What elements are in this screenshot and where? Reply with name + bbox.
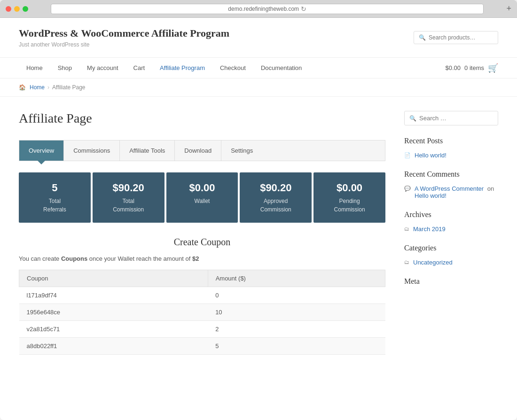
tab-affiliate-tools[interactable]: Affiliate Tools (120, 140, 175, 161)
page-title: Affiliate Page (19, 111, 385, 126)
meta-title: Meta (404, 277, 498, 286)
recent-comments-title: Recent Comments (404, 170, 498, 179)
stat-approved-label: ApprovedCommission (260, 198, 291, 213)
stat-referrals-value: 5 (24, 182, 85, 194)
refresh-icon[interactable]: ↻ (301, 5, 306, 13)
sidebar-meta: Meta (404, 277, 498, 286)
nav-links: Home Shop My account Cart Affiliate Prog… (19, 58, 309, 78)
main-layout: Affiliate Page Overview Commissions Affi… (0, 97, 517, 369)
browser-window: demo.redefiningtheweb.com ↻ + WordPress … (0, 0, 517, 420)
coupon-bold: Coupons (61, 255, 87, 262)
coupon-section-title: Create Coupon (19, 237, 385, 248)
tab-overview[interactable]: Overview (19, 140, 64, 161)
category-link[interactable]: Uncategorized (413, 259, 453, 266)
sidebar-categories: Categories 🗂 Uncategorized (404, 244, 498, 266)
coupon-code: v2a81d5c71 (19, 321, 208, 338)
sidebar-recent-posts: Recent Posts 📄 Hello world! (404, 137, 498, 159)
search-icon: 🔍 (419, 34, 426, 41)
nav-home[interactable]: Home (19, 58, 50, 78)
close-dot[interactable] (6, 6, 11, 12)
table-row: v2a81d5c71 2 (19, 321, 385, 338)
stat-approved-value: $90.20 (245, 182, 306, 194)
coupon-table: Coupon Amount ($) l171a9df74 0 1956e648c… (19, 270, 385, 355)
breadcrumb: 🏠 Home › Affiliate Page (0, 78, 517, 97)
breadcrumb-separator: › (47, 84, 49, 91)
list-item: 🗂 March 2019 (404, 226, 498, 233)
sidebar-archives: Archives 🗂 March 2019 (404, 210, 498, 233)
table-row: l171a9df74 0 (19, 287, 385, 304)
stat-referrals-label: TotalReferrals (43, 198, 66, 213)
sidebar: 🔍 Recent Posts 📄 Hello world! Recent Com… (404, 111, 498, 355)
table-row: 1956e648ce 10 (19, 304, 385, 321)
sidebar-search-icon: 🔍 (409, 115, 416, 122)
post-icon: 📄 (404, 152, 411, 158)
main-content: Affiliate Page Overview Commissions Affi… (19, 111, 385, 355)
categories-title: Categories (404, 244, 498, 252)
breadcrumb-current: Affiliate Page (52, 84, 86, 91)
stat-total-referrals: 5 TotalReferrals (19, 172, 91, 223)
stat-pending-value: $0.00 (319, 182, 380, 194)
site-title: WordPress & WooCommerce Affiliate Progra… (19, 27, 229, 39)
affiliate-tabs: Overview Commissions Affiliate Tools Dow… (19, 140, 385, 161)
archives-title: Archives (404, 210, 498, 219)
stat-total-commission: $90.20 TotalCommission (93, 172, 164, 223)
nav-shop[interactable]: Shop (50, 58, 79, 78)
home-icon: 🏠 (19, 84, 26, 91)
comment-text: A WordPress Commenter on Hello world! (415, 185, 498, 199)
nav-affiliate-program[interactable]: Affiliate Program (152, 58, 212, 78)
stat-commission-label: TotalCommission (113, 198, 144, 213)
coupon-amount: 5 (208, 338, 385, 355)
tab-commissions[interactable]: Commissions (64, 140, 120, 161)
stat-pending-commission: $0.00 PendingCommission (313, 172, 385, 223)
address-bar[interactable]: demo.redefiningtheweb.com ↻ (51, 4, 484, 14)
amount-col-header: Amount ($) (208, 270, 385, 287)
new-tab-button[interactable]: + (506, 4, 511, 14)
list-item: 📄 Hello world! (404, 152, 498, 159)
browser-toolbar: demo.redefiningtheweb.com ↻ + (0, 0, 517, 18)
breadcrumb-home[interactable]: Home (30, 84, 45, 91)
table-row: a8db022ff1 5 (19, 338, 385, 355)
main-nav: Home Shop My account Cart Affiliate Prog… (0, 58, 517, 78)
sidebar-search-input[interactable] (419, 115, 493, 122)
cart-icon[interactable]: 🛒 (488, 63, 498, 73)
stat-approved-commission: $90.20 ApprovedCommission (240, 172, 312, 223)
comment-on: on (487, 185, 494, 192)
cart-price: $0.00 (446, 64, 461, 71)
nav-cart[interactable]: Cart (126, 58, 153, 78)
nav-checkout[interactable]: Checkout (212, 58, 253, 78)
sidebar-search-box[interactable]: 🔍 (404, 111, 498, 125)
header-search-input[interactable] (429, 34, 493, 41)
stat-wallet-label: Wallet (195, 198, 210, 204)
nav-documentation[interactable]: Documentation (253, 58, 309, 78)
site-tagline: Just another WordPress site (19, 41, 229, 48)
nav-my-account[interactable]: My account (79, 58, 125, 78)
header-search-box[interactable]: 🔍 (414, 31, 498, 44)
stat-wallet-value: $0.00 (172, 182, 233, 194)
coupon-amount: 10 (208, 304, 385, 321)
coupon-amount: 2 (208, 321, 385, 338)
comment-author-link[interactable]: A WordPress Commenter (415, 185, 484, 192)
stats-cards: 5 TotalReferrals $90.20 TotalCommission … (19, 172, 385, 223)
url-text: demo.redefiningtheweb.com (228, 6, 299, 12)
coupon-amount: $2 (192, 255, 199, 262)
coupon-code: a8db022ff1 (19, 338, 208, 355)
website-content: WordPress & WooCommerce Affiliate Progra… (0, 18, 517, 420)
maximize-dot[interactable] (23, 6, 28, 12)
tab-download[interactable]: Download (175, 140, 221, 161)
sidebar-recent-comments: Recent Comments 💬 A WordPress Commenter … (404, 170, 498, 199)
recent-post-link[interactable]: Hello world! (415, 152, 446, 159)
site-branding: WordPress & WooCommerce Affiliate Progra… (19, 27, 229, 48)
comment-icon: 💬 (404, 186, 411, 192)
stat-wallet: $0.00 Wallet (166, 172, 238, 223)
archive-link[interactable]: March 2019 (413, 226, 446, 233)
category-icon: 🗂 (404, 259, 409, 265)
cart-area: $0.00 0 items 🛒 (446, 63, 498, 73)
tab-settings[interactable]: Settings (221, 140, 262, 161)
stat-commission-value: $90.20 (98, 182, 159, 194)
site-header: WordPress & WooCommerce Affiliate Progra… (0, 18, 517, 58)
minimize-dot[interactable] (14, 6, 20, 12)
cart-items: 0 items (464, 64, 484, 71)
coupon-code: l171a9df74 (19, 287, 208, 304)
comment-post-link[interactable]: Hello world! (415, 192, 446, 199)
coupon-col-header: Coupon (19, 270, 208, 287)
